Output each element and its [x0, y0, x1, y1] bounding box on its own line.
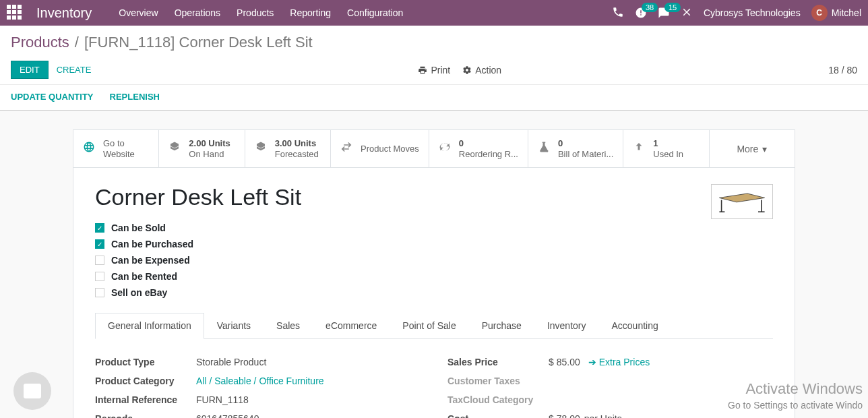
- stat-usedin[interactable]: 1 Used In: [623, 130, 709, 167]
- value-barcode: 601647855640: [196, 413, 259, 418]
- app-brand[interactable]: Inventory: [36, 5, 92, 21]
- checkbox-icon: ✓: [95, 239, 104, 249]
- nav-products[interactable]: Products: [237, 7, 274, 18]
- check-sold[interactable]: ✓ Can be Sold: [95, 222, 301, 233]
- check-rented[interactable]: Can be Rented: [95, 271, 301, 282]
- tab-inventory[interactable]: Inventory: [534, 313, 599, 338]
- arrow-right-icon: ➔: [588, 357, 596, 367]
- value-category[interactable]: All / Saleable / Office Furniture: [196, 376, 324, 386]
- tab-sales[interactable]: Sales: [264, 313, 313, 338]
- ebay-icon[interactable]: [681, 6, 693, 20]
- tabs: General Information Variants Sales eComm…: [95, 313, 773, 339]
- phone-icon[interactable]: [612, 6, 624, 20]
- tab-purchase[interactable]: Purchase: [469, 313, 534, 338]
- check-ebay[interactable]: Sell on eBay: [95, 287, 301, 298]
- svg-marker-0: [719, 193, 764, 202]
- stat-reorder[interactable]: 0 Reordering R...: [429, 130, 528, 167]
- stat-bom[interactable]: 0 Bill of Materi...: [528, 130, 623, 167]
- toolbar: EDIT CREATE Print Action 18 / 80: [0, 55, 868, 85]
- stat-moves-label: Product Moves: [361, 144, 419, 154]
- stat-moves[interactable]: Product Moves: [331, 130, 429, 167]
- product-checks: ✓ Can be Sold ✓ Can be Purchased Can be …: [95, 222, 301, 298]
- label-barcode: Barcode: [95, 413, 196, 418]
- activity-icon[interactable]: 38: [635, 7, 647, 19]
- stat-onhand[interactable]: 2.00 Units On Hand: [159, 130, 245, 167]
- cubes-icon: [168, 141, 182, 156]
- form-col-right: Sales Price $ 85.00 ➔ Extra Prices Custo…: [447, 353, 773, 418]
- tab-pos[interactable]: Point of Sale: [390, 313, 468, 338]
- value-product-type: Storable Product: [196, 357, 266, 367]
- replenish-button[interactable]: REPLENISH: [110, 92, 160, 102]
- tab-ecommerce[interactable]: eCommerce: [313, 313, 390, 338]
- stat-more[interactable]: More ▾: [710, 130, 795, 167]
- stat-website-l2: Website: [103, 149, 135, 160]
- pager[interactable]: 18 / 80: [828, 65, 857, 76]
- check-expensed[interactable]: Can be Expensed: [95, 255, 301, 266]
- stat-website-l1: Go to: [103, 138, 135, 149]
- update-quantity-button[interactable]: UPDATE QUANTITY: [11, 92, 94, 102]
- tab-variants[interactable]: Variants: [204, 313, 264, 338]
- breadcrumb-sep: /: [75, 34, 79, 51]
- nav-reporting[interactable]: Reporting: [290, 7, 331, 18]
- label-internal-ref: Internal Reference: [95, 394, 196, 405]
- sheet: Corner Desk Left Sit ✓ Can be Sold ✓ Can…: [73, 168, 795, 418]
- user-menu[interactable]: C Mitchel: [811, 5, 861, 21]
- stat-usedin-l1: 1: [653, 138, 683, 149]
- label-sales-price: Sales Price: [447, 357, 549, 367]
- value-sales-price: $ 85.00: [549, 357, 580, 367]
- stat-more-label: More: [737, 144, 758, 154]
- messages-count: 15: [664, 3, 681, 12]
- action-label: Action: [475, 65, 501, 76]
- stat-bom-l2: Bill of Materi...: [558, 149, 613, 160]
- label-cust-tax: Customer Taxes: [447, 376, 549, 386]
- extra-prices-link[interactable]: ➔ Extra Prices: [588, 357, 650, 367]
- flask-icon: [538, 141, 551, 156]
- stat-forecast-l1: 3.00 Units: [275, 138, 319, 149]
- stat-onhand-l2: On Hand: [189, 149, 230, 160]
- action-button[interactable]: Action: [462, 65, 501, 76]
- label-cost: Cost: [447, 413, 549, 418]
- avatar: C: [811, 5, 828, 21]
- breadcrumb-root[interactable]: Products: [11, 34, 69, 51]
- nav-operations[interactable]: Operations: [175, 7, 220, 18]
- tab-accounting[interactable]: Accounting: [598, 313, 671, 338]
- check-purchased[interactable]: ✓ Can be Purchased: [95, 239, 301, 249]
- chat-fab[interactable]: [13, 372, 51, 410]
- stat-forecast[interactable]: 3.00 Units Forecasted: [245, 130, 331, 167]
- checkbox-icon: ✓: [95, 223, 104, 233]
- messages-icon[interactable]: 15: [658, 7, 670, 19]
- refresh-icon: [439, 141, 452, 156]
- globe-icon: [83, 141, 96, 156]
- checkbox-icon: [95, 272, 104, 281]
- cost-suffix: per Units: [584, 413, 622, 418]
- edit-button[interactable]: EDIT: [11, 61, 49, 79]
- checkbox-icon: [95, 288, 104, 297]
- nav-overview[interactable]: Overview: [119, 7, 158, 18]
- main: Go to Website 2.00 Units On Hand 3.00 Un…: [0, 129, 868, 418]
- action-row: UPDATE QUANTITY REPLENISH: [0, 85, 868, 111]
- label-product-type: Product Type: [95, 357, 196, 367]
- stat-usedin-l2: Used In: [653, 149, 683, 160]
- print-button[interactable]: Print: [418, 65, 450, 76]
- form-col-left: Product Type Storable Product Product Ca…: [95, 353, 421, 418]
- breadcrumb-current: [FURN_1118] Corner Desk Left Sit: [84, 34, 313, 51]
- label-taxcloud: TaxCloud Category: [447, 394, 549, 405]
- breadcrumb: Products / [FURN_1118] Corner Desk Left …: [0, 26, 868, 55]
- value-cost: $ 78.00: [549, 413, 580, 418]
- form-grid: Product Type Storable Product Product Ca…: [95, 353, 773, 418]
- stat-onhand-l1: 2.00 Units: [189, 138, 230, 149]
- cubes-icon: [255, 141, 268, 156]
- arrow-up-icon: [633, 141, 646, 156]
- apps-icon[interactable]: [7, 5, 23, 21]
- user-name: Mitchel: [832, 7, 861, 18]
- tab-general[interactable]: General Information: [95, 313, 204, 339]
- company-name[interactable]: Cybrosys Technologies: [704, 7, 801, 18]
- nav-configuration[interactable]: Configuration: [347, 7, 403, 18]
- stat-bom-l1: 0: [558, 138, 613, 149]
- product-image[interactable]: [711, 184, 773, 219]
- create-button[interactable]: CREATE: [57, 65, 92, 75]
- exchange-icon: [340, 141, 354, 156]
- stat-website[interactable]: Go to Website: [73, 130, 159, 167]
- nav-right: 38 15 Cybrosys Technologies C Mitchel: [612, 5, 861, 21]
- navbar: Inventory Overview Operations Products R…: [0, 0, 868, 26]
